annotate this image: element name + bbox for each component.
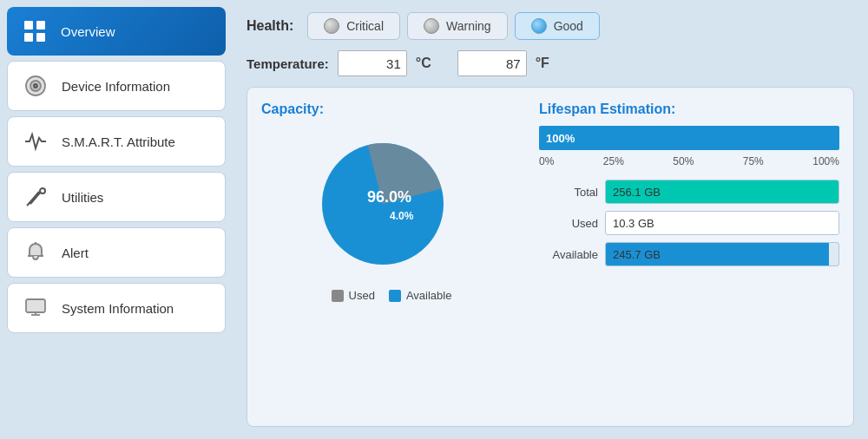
led-warning [424, 18, 439, 34]
main-content: Health: Critical Warning Good Temperatur… [233, 0, 868, 439]
legend-available: Available [389, 289, 452, 302]
health-label: Health: [247, 18, 293, 34]
svg-text:4.0%: 4.0% [390, 210, 414, 222]
storage-fill-used: 10.3 GB [606, 212, 838, 234]
capacity-section: Capacity: 96.0% 4.0% [261, 102, 522, 412]
sidebar-item-device-info[interactable]: Device Information [7, 61, 226, 111]
pie-chart: 96.0% 4.0% [296, 126, 487, 282]
svg-line-8 [30, 192, 41, 204]
legend-available-color [389, 290, 401, 302]
storage-row-available: Available 245.7 GB [539, 242, 839, 266]
monitor-icon [20, 292, 51, 324]
lifespan-bar-label: 100% [546, 132, 575, 145]
health-btn-warning[interactable]: Warning [407, 12, 508, 40]
health-warning-label: Warning [446, 19, 491, 33]
sidebar-item-smart-attr[interactable]: S.M.A.R.T. Attribute [7, 116, 226, 167]
grid-icon [19, 16, 50, 47]
scale-25: 25% [603, 155, 624, 167]
storage-bar-available: 245.7 GB [605, 242, 839, 266]
data-panel: Capacity: 96.0% 4.0% [247, 87, 854, 427]
storage-value-total: 256.1 GB [613, 186, 661, 199]
celsius-unit: °C [416, 56, 431, 71]
storage-label-total: Total [539, 186, 598, 199]
svg-rect-13 [26, 299, 45, 312]
storage-label-used: Used [539, 217, 598, 230]
svg-rect-1 [36, 21, 45, 29]
capacity-legend: Used Available [332, 289, 452, 302]
sidebar-item-alert[interactable]: Alert [7, 227, 226, 278]
storage-value-available: 245.7 GB [613, 248, 661, 261]
legend-used-color [332, 290, 344, 302]
svg-line-10 [27, 202, 30, 206]
sidebar-item-utilities[interactable]: Utilities [7, 172, 226, 222]
sidebar-item-overview[interactable]: Overview [7, 7, 226, 56]
svg-rect-0 [24, 21, 33, 29]
health-btn-good[interactable]: Good [515, 12, 600, 40]
legend-available-label: Available [406, 289, 452, 302]
temperature-row: Temperature: °C °F [247, 50, 854, 76]
lifespan-section: Lifespan Estimation: 100% 0% 25% 50% 75%… [522, 102, 839, 412]
storage-fill-available: 245.7 GB [606, 243, 829, 265]
sidebar: Overview Device Information S.M.A.R.T. A… [0, 0, 233, 439]
celsius-input[interactable] [338, 50, 407, 76]
led-critical [324, 18, 339, 34]
storage-label-available: Available [539, 248, 598, 261]
sidebar-item-smart-label: S.M.A.R.T. Attribute [62, 134, 175, 149]
capacity-title: Capacity: [261, 102, 324, 117]
hdd-icon [20, 70, 51, 102]
storage-value-used: 10.3 GB [613, 217, 654, 230]
svg-point-6 [34, 84, 37, 88]
scale-100: 100% [812, 155, 839, 167]
health-row: Health: Critical Warning Good [247, 12, 854, 40]
storage-row-used: Used 10.3 GB [539, 211, 839, 235]
svg-point-9 [40, 188, 45, 193]
lifespan-title: Lifespan Estimation: [539, 102, 839, 117]
svg-rect-2 [24, 33, 33, 42]
storage-row-total: Total 256.1 GB [539, 180, 839, 204]
storage-fill-total: 256.1 GB [606, 180, 838, 203]
legend-used: Used [332, 289, 375, 302]
tools-icon [20, 181, 51, 213]
sidebar-item-system-info-label: System Information [62, 301, 174, 316]
sidebar-item-system-info[interactable]: System Information [7, 283, 226, 333]
sidebar-item-utilities-label: Utilities [62, 190, 103, 205]
temperature-label: Temperature: [247, 56, 329, 71]
fahrenheit-unit: °F [536, 56, 549, 71]
pulse-icon [20, 126, 51, 157]
scale-0: 0% [539, 155, 554, 167]
sidebar-item-device-info-label: Device Information [62, 79, 170, 94]
led-good [531, 18, 547, 34]
lifespan-bar-container: 100% [539, 126, 839, 150]
lifespan-bar-fill: 100% [539, 126, 839, 150]
lifespan-bar-bg: 100% [539, 126, 839, 150]
health-btn-critical[interactable]: Critical [307, 12, 400, 40]
health-good-label: Good [554, 19, 583, 33]
scale-50: 50% [673, 155, 694, 167]
storage-bar-used: 10.3 GB [605, 211, 839, 235]
scale-row: 0% 25% 50% 75% 100% [539, 155, 839, 167]
svg-rect-3 [36, 33, 45, 42]
storage-bar-total: 256.1 GB [605, 180, 839, 204]
sidebar-item-overview-label: Overview [61, 24, 115, 39]
sidebar-item-alert-label: Alert [62, 246, 89, 260]
scale-75: 75% [743, 155, 764, 167]
health-critical-label: Critical [346, 19, 384, 33]
legend-used-label: Used [349, 289, 375, 302]
bell-icon [20, 237, 51, 268]
svg-text:96.0%: 96.0% [367, 188, 411, 206]
fahrenheit-input[interactable] [457, 50, 527, 76]
